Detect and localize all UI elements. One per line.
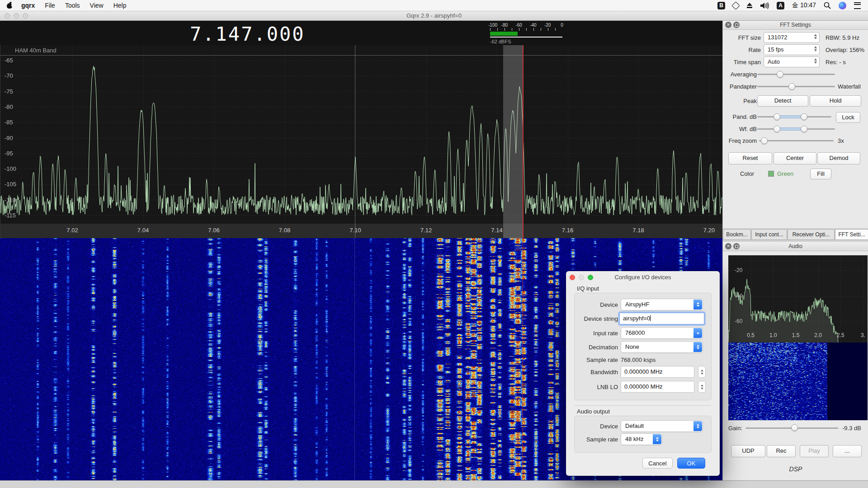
spotlight-search-icon[interactable] bbox=[824, 1, 831, 9]
pandapter-canvas[interactable] bbox=[0, 45, 723, 224]
menu-item-help[interactable]: Help bbox=[108, 0, 132, 11]
freq-zoom-value: 3x bbox=[838, 137, 844, 144]
center-button[interactable]: Center bbox=[774, 152, 816, 164]
fft-size-spinbox[interactable]: 131072 bbox=[764, 32, 820, 43]
pandapter-slider-track[interactable] bbox=[757, 86, 835, 87]
audio-db-tick: -60 bbox=[735, 318, 742, 324]
meter-level-bar bbox=[490, 32, 518, 36]
wf-db-low-thumb[interactable] bbox=[774, 126, 780, 132]
decimation-combo[interactable]: None bbox=[621, 341, 703, 353]
peak-hold-button[interactable]: Hold bbox=[810, 95, 861, 107]
pandapter-freq-tick: 7.10 bbox=[349, 227, 361, 234]
frequency-display[interactable]: 7.147.000 bbox=[190, 23, 305, 45]
tab-fftsetti[interactable]: FFT Setti... bbox=[835, 229, 868, 240]
menu-item-gqrx[interactable]: gqrx bbox=[16, 0, 40, 11]
audio-rec-button[interactable]: Rec bbox=[767, 445, 796, 457]
diamond-status-icon[interactable] bbox=[733, 1, 739, 9]
audio-udp-button[interactable]: UDP bbox=[731, 445, 765, 457]
dsp-status-label: DSP bbox=[723, 465, 868, 473]
device-label: Device bbox=[600, 301, 618, 308]
averaging-slider-thumb[interactable] bbox=[777, 71, 783, 78]
demod-button[interactable]: Demod bbox=[817, 152, 860, 164]
pandapter-db-tick: -90 bbox=[5, 134, 13, 141]
audio-freq-tick: 0.5 bbox=[747, 332, 755, 338]
meter-tick-label: -80 bbox=[501, 23, 508, 28]
wf-db-high-thumb[interactable] bbox=[801, 126, 807, 132]
tab-inputcont[interactable]: Input cont... bbox=[751, 229, 787, 240]
pand-db-low-thumb[interactable] bbox=[774, 113, 780, 120]
waterfall-center-line bbox=[354, 238, 355, 480]
time-span-spinbox[interactable]: Auto bbox=[764, 56, 820, 67]
audio-more-button[interactable]: ... bbox=[833, 445, 862, 457]
sample-rate-label: Sample rate bbox=[586, 357, 618, 363]
gain-label: Gain: bbox=[728, 425, 742, 432]
pandapter-freq-tick: 7.12 bbox=[420, 227, 432, 234]
cancel-button[interactable]: Cancel bbox=[642, 458, 673, 469]
output-device-combo[interactable]: Default bbox=[621, 420, 703, 432]
reset-button[interactable]: Reset bbox=[728, 152, 772, 164]
window-title-bar: Gqrx 2.9 - airspyhf=0 bbox=[0, 11, 868, 21]
audio-panel: × Audio -20-40-600.51.01.52.02.53. Gain:… bbox=[722, 242, 868, 480]
eject-icon[interactable] bbox=[746, 3, 753, 9]
meter-tick-label: -20 bbox=[544, 23, 551, 28]
pandapter-freq-tick: 7.02 bbox=[66, 227, 78, 234]
bandwidth-spinner[interactable] bbox=[698, 366, 706, 378]
rate-spinbox[interactable]: 15 fps bbox=[764, 44, 820, 55]
fill-button[interactable]: Fill bbox=[810, 169, 831, 179]
pandapter-db-tick: -115 bbox=[5, 212, 16, 219]
input-source-icon[interactable]: A bbox=[777, 1, 784, 9]
color-swatch[interactable] bbox=[768, 171, 774, 177]
ok-button[interactable]: OK bbox=[677, 458, 705, 469]
lnb-lo-input[interactable]: 0.000000 MHz bbox=[621, 381, 694, 393]
peak-label: Peak bbox=[743, 98, 757, 104]
pandapter[interactable]: HAM 40m Band -65-70-75-80-85-90-95-100-1… bbox=[0, 45, 722, 238]
notification-center-icon[interactable] bbox=[854, 1, 861, 9]
bandwidth-input[interactable]: 0.000000 MHz bbox=[621, 366, 694, 378]
menu-item-tools[interactable]: Tools bbox=[60, 0, 85, 11]
freq-zoom-slider-track[interactable] bbox=[759, 140, 834, 141]
pand-db-high-thumb[interactable] bbox=[801, 113, 807, 120]
filter-passband-overlay[interactable] bbox=[503, 45, 523, 238]
bottom-strip bbox=[0, 480, 868, 488]
app-badge-icon[interactable]: B bbox=[717, 1, 725, 9]
meter-tick-label: -60 bbox=[515, 23, 522, 28]
time-span-label: Time span bbox=[734, 59, 761, 66]
peak-detect-button[interactable]: Detect bbox=[757, 95, 808, 107]
audio-db-tick: -20 bbox=[735, 267, 742, 273]
pandapter-freq-tick: 7.04 bbox=[137, 227, 149, 234]
audio-spectrum-canvas bbox=[728, 255, 868, 343]
pandapter-db-tick: -80 bbox=[5, 103, 13, 110]
tuned-frequency-line[interactable] bbox=[523, 45, 524, 238]
volume-icon[interactable] bbox=[760, 1, 769, 9]
apple-menu-icon[interactable] bbox=[6, 2, 13, 9]
frequency-axis: 7.027.047.067.087.107.127.147.167.187.20 bbox=[0, 224, 723, 238]
tab-receiveropti[interactable]: Receiver Opti... bbox=[788, 229, 835, 240]
device-string-input[interactable]: airspyhf=0 bbox=[619, 313, 704, 324]
menu-item-view[interactable]: View bbox=[85, 0, 108, 11]
audio-freq-tick: 2.5 bbox=[837, 332, 844, 338]
wf-db-range-fill bbox=[777, 127, 804, 131]
siri-icon[interactable] bbox=[839, 1, 846, 9]
pandapter-freq-tick: 7.18 bbox=[632, 227, 644, 234]
meter-tick-label: 0 bbox=[561, 23, 563, 28]
gain-slider-thumb[interactable] bbox=[791, 424, 798, 431]
color-label: Color bbox=[740, 170, 754, 177]
output-sample-rate-combo[interactable]: 48 kHz bbox=[621, 433, 662, 445]
pandapter-slider-thumb[interactable] bbox=[788, 83, 795, 90]
pandapter-db-tick: -95 bbox=[5, 150, 13, 156]
menu-clock[interactable]: 金 10:47 bbox=[792, 1, 816, 9]
audio-spectrum-plot[interactable] bbox=[728, 255, 868, 343]
lock-button[interactable]: Lock bbox=[836, 112, 860, 123]
meter-tick-ruler bbox=[490, 28, 562, 31]
output-sample-rate-label: Sample rate bbox=[586, 436, 618, 443]
tab-bookm[interactable]: Bookm... bbox=[723, 229, 751, 240]
waterfall-tuned-line bbox=[522, 238, 523, 480]
lnb-lo-spinner[interactable] bbox=[698, 381, 706, 393]
menu-item-file[interactable]: File bbox=[40, 0, 60, 11]
freq-zoom-slider-thumb[interactable] bbox=[761, 137, 768, 144]
averaging-slider-track[interactable] bbox=[757, 74, 835, 75]
audio-play-button: Play bbox=[800, 445, 829, 457]
input-rate-combo[interactable]: 768000 bbox=[621, 327, 703, 339]
device-combo[interactable]: AirspyHF bbox=[621, 299, 703, 310]
rbw-value: RBW: 5.9 Hz bbox=[826, 34, 859, 41]
